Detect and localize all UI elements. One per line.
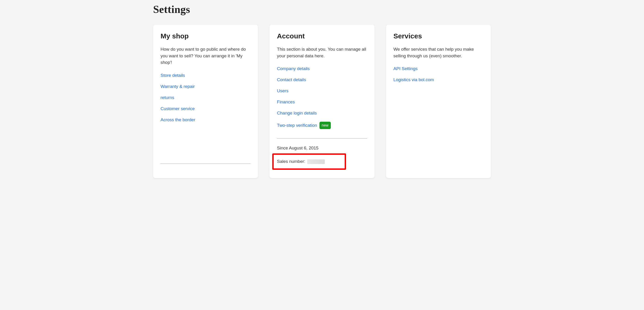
link-users[interactable]: Users [277, 88, 288, 94]
my-shop-link-list: Store details Warranty & repair returns … [160, 73, 250, 122]
badge-new: new [320, 122, 331, 129]
link-contact-details[interactable]: Contact details [277, 77, 306, 82]
spacer [160, 122, 250, 154]
my-shop-divider [160, 164, 250, 164]
link-two-step-verification[interactable]: Two-step verification [277, 123, 317, 128]
sales-number-label: Sales number: [277, 158, 305, 165]
account-heading: Account [277, 32, 367, 40]
account-description: This section is about you. You can manag… [277, 46, 367, 59]
account-divider [277, 138, 367, 138]
services-link-list: API Settings Logistics via bol.com [394, 66, 484, 82]
link-store-details[interactable]: Store details [160, 73, 185, 78]
account-meta: Since August 6, 2015 Sales number: [277, 144, 367, 170]
link-api-settings[interactable]: API Settings [394, 66, 418, 71]
card-services: Services We offer services that can help… [386, 25, 491, 178]
link-company-details[interactable]: Company details [277, 66, 310, 71]
card-my-shop: My shop How do you want to go public and… [153, 25, 258, 178]
sales-number-value-redacted [307, 160, 325, 164]
sales-number-highlight: Sales number: [272, 154, 346, 170]
account-link-list: Company details Contact details Users Fi… [277, 66, 367, 129]
link-change-login-details[interactable]: Change login details [277, 110, 317, 116]
my-shop-heading: My shop [160, 32, 250, 40]
settings-page: Settings My shop How do you want to go p… [148, 3, 496, 192]
account-since-text: Since August 6, 2015 [277, 144, 367, 152]
my-shop-description: How do you want to go public and where d… [160, 46, 250, 66]
services-heading: Services [394, 32, 484, 40]
link-returns[interactable]: returns [160, 95, 174, 100]
link-across-the-border[interactable]: Across the border [160, 117, 195, 122]
link-customer-service[interactable]: Customer service [160, 106, 195, 111]
card-account: Account This section is about you. You c… [270, 25, 374, 178]
link-logistics-via-bol[interactable]: Logistics via bol.com [394, 77, 434, 82]
services-description: We offer services that can help you make… [394, 46, 484, 59]
page-title: Settings [153, 3, 491, 16]
cards-grid: My shop How do you want to go public and… [153, 25, 491, 178]
link-finances[interactable]: Finances [277, 100, 295, 104]
link-warranty-repair[interactable]: Warranty & repair [160, 84, 195, 89]
